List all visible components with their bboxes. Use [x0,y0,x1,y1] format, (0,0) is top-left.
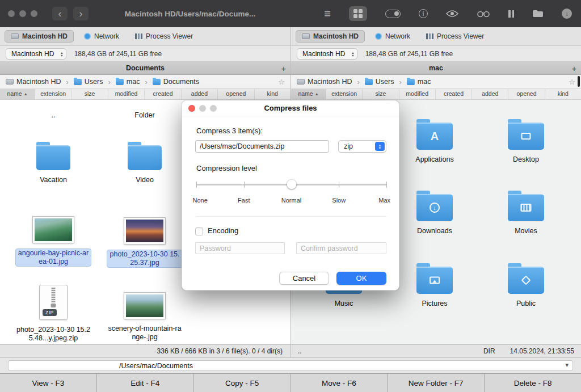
list-item[interactable]: Downloads [392,185,477,235]
cancel-button[interactable]: Cancel [279,272,329,285]
ok-button[interactable]: OK [336,272,386,285]
list-item[interactable]: Vacation [11,135,96,184]
tab-network-right[interactable]: Network [369,30,416,43]
minimize-window-button[interactable] [19,10,26,17]
column-size[interactable]: size [71,89,108,99]
list-item[interactable]: Folder [102,106,187,120]
chevron-down-icon[interactable]: ▾ [565,361,569,369]
column-modified[interactable]: modified [399,89,436,99]
column-opened[interactable]: opened [508,89,545,99]
compression-slider[interactable] [196,184,386,186]
column-kind[interactable]: kind [255,89,290,99]
item-label-selected: photo_2023-10-30 15.25.37.jpg [107,250,183,268]
chevron-right-icon: › [145,78,147,86]
chevron-right-icon: › [357,78,360,86]
preview-eye-icon[interactable] [446,10,458,18]
column-extension[interactable]: extension [326,89,363,99]
column-modified[interactable]: modified [108,89,145,99]
slider-thumb[interactable] [287,180,296,189]
list-item[interactable]: Desktop [483,113,569,164]
tab-macintosh-hd-left[interactable]: Macintosh HD [5,30,74,43]
crumb-macintosh-hd[interactable]: Macintosh HD [308,78,352,86]
path-input[interactable]: /Users/mac/Documents ▾ [8,360,573,371]
drive-selector-right[interactable]: Macintosh HD ▴▾ [297,48,357,60]
search-binoculars-icon[interactable] [477,9,490,18]
column-extension[interactable]: extension [35,89,71,99]
copy-f5-button[interactable]: Copy - F5 [194,374,291,392]
tab-macintosh-hd-right[interactable]: Macintosh HD [296,30,365,43]
favorite-star-icon[interactable]: ☆ [569,78,575,86]
tab-network-left[interactable]: Network [78,30,125,43]
add-tab-button-left[interactable]: + [277,64,290,73]
item-kind-label: Folder [134,111,154,120]
confirm-password-field[interactable] [296,242,386,254]
free-space-label: 188,48 GB of 245,11 GB free [74,50,162,58]
process-viewer-icon [135,33,142,39]
list-item[interactable]: scenery-of-mountain-range-.jpg [102,287,187,342]
status-item-kind: DIR [483,347,495,355]
column-name[interactable]: name ▲ [0,89,35,99]
column-opened[interactable]: opened [218,89,254,99]
grid-glyph [353,9,363,18]
list-item[interactable]: .. [11,106,96,120]
list-item[interactable]: Video [102,135,187,184]
archive-name-input[interactable] [195,140,329,153]
list-item[interactable]: Pictures [392,258,477,308]
close-window-button[interactable] [8,10,15,17]
info-icon[interactable]: i [419,9,428,18]
crumb-users[interactable]: Users [85,78,103,86]
pause-queue-icon[interactable] [508,10,514,18]
password-field[interactable] [195,242,285,254]
scrollbar-thumb[interactable] [578,76,580,87]
column-name[interactable]: name ▲ [291,89,326,99]
column-kind[interactable]: kind [545,89,581,99]
chevron-right-icon: › [66,78,69,86]
list-item[interactable]: Public [483,258,569,308]
column-added[interactable]: added [472,89,508,99]
downloads-queue-icon[interactable]: ↓ [562,9,572,19]
image-thumbnail [33,217,74,243]
forward-icon[interactable]: › [73,7,89,20]
crumb-mac[interactable]: mac [127,78,140,86]
crumb-mac[interactable]: mac [418,78,431,86]
dialog-close-button[interactable] [188,105,195,112]
item-label: Downloads [417,227,452,235]
column-added[interactable]: added [182,89,218,99]
column-size[interactable]: size [363,89,399,99]
drive-stepper-icon: ▴▾ [61,51,62,57]
move-f6-button[interactable]: Move - F6 [290,374,388,392]
list-item[interactable]: Movies [483,185,569,235]
crumb-users[interactable]: Users [376,78,394,86]
new-folder-icon[interactable] [532,10,544,18]
list-item[interactable]: ZIP photo_2023-10-30 15.25.48...y.jpeg.z… [11,283,96,343]
list-view-icon[interactable]: ≡ [324,8,331,19]
encoding-label: Encoding [208,226,238,235]
favorite-star-icon[interactable]: ☆ [278,78,285,86]
sort-asc-icon: ▲ [24,92,28,96]
list-item[interactable]: angourie-bay-picnic-area-01.jpg [11,211,96,267]
column-created[interactable]: created [436,89,472,99]
icon-view-icon[interactable] [349,6,367,21]
drive-selector-left[interactable]: Macintosh HD ▴▾ [6,48,66,60]
encoding-checkbox[interactable] [195,227,203,235]
slider-tick [244,182,245,188]
add-tab-button-right[interactable]: + [567,64,581,73]
edit-f4-button[interactable]: Edit - F4 [97,374,194,392]
public-folder-icon [508,267,544,294]
list-item[interactable]: Applications [392,113,477,164]
crumb-macintosh-hd[interactable]: Macintosh HD [16,78,61,86]
zoom-window-button[interactable] [31,10,37,17]
new-folder-f7-button[interactable]: New Folder - F7 [388,374,485,392]
back-icon[interactable]: ‹ [52,7,68,20]
tab-process-viewer-right[interactable]: Process Viewer [420,30,490,43]
tab-process-viewer-left[interactable]: Process Viewer [129,30,199,43]
delete-f8-button[interactable]: Delete - F8 [485,374,581,392]
toggle-panels-icon[interactable] [385,10,401,18]
list-item[interactable]: photo_2023-10-30 15.25.37.jpg [102,212,187,268]
item-label-selected: angourie-bay-picnic-area-01.jpg [15,248,91,267]
column-created[interactable]: created [145,89,181,99]
slider-tick [386,182,387,188]
format-select[interactable]: zip ▴▾ [338,140,386,153]
crumb-documents[interactable]: Documents [163,78,199,86]
view-f3-button[interactable]: View - F3 [0,374,97,392]
